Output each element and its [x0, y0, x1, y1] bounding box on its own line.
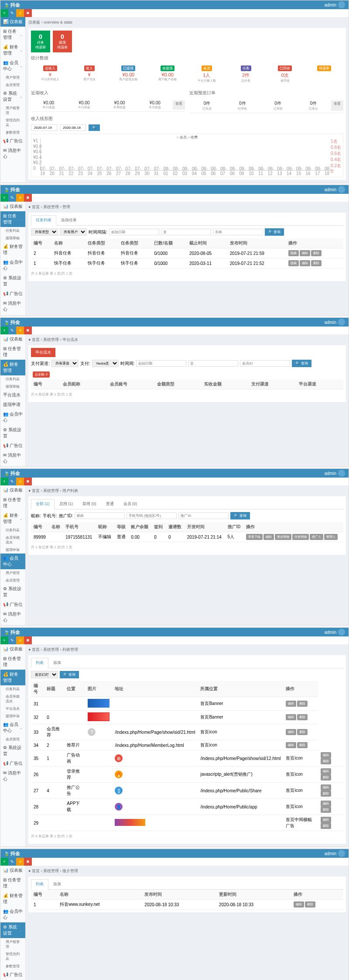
action-button[interactable]: 编辑 [294, 901, 304, 908]
action-button[interactable]: 编辑 [321, 752, 331, 758]
sidebar-item[interactable]: 👥 会员中心 [0, 907, 25, 922]
sidebar-item[interactable]: 👥 会员中心 [0, 258, 25, 273]
sidebar-item[interactable]: ⚙ 系统设置 [0, 743, 25, 759]
sidebar-item[interactable]: ⚙ 系统设置⌄ [0, 922, 25, 938]
sidebar-item[interactable]: 👥 会员中心⌄ [0, 58, 25, 74]
search-button[interactable]: 🔍 查询 [60, 671, 79, 678]
sidebar-subitem[interactable]: 任务列表 [0, 526, 25, 534]
sidebar-item[interactable]: ✉ 消息中心 [0, 146, 25, 162]
ab-warn-icon[interactable]: ⚡ [16, 858, 24, 866]
sidebar-item[interactable]: 📊 仪表板 [0, 866, 25, 875]
filter-select[interactable]: 所有类型 [31, 228, 58, 236]
action-button[interactable]: 禁用人 [324, 534, 338, 540]
user-info[interactable]: admin [325, 850, 345, 857]
sidebar-subitem[interactable]: 用户管理 [0, 74, 25, 81]
sidebar-item[interactable]: ✉ 消息中心 [0, 450, 25, 466]
action-button[interactable]: 删除 [297, 742, 308, 748]
action-button[interactable]: 推广人 [310, 534, 323, 540]
action-button[interactable]: 删除 [321, 807, 331, 813]
action-button[interactable]: 删除 [321, 774, 331, 781]
user-info[interactable]: admin [325, 1, 345, 8]
sidebar-subitem[interactable]: 任务列表 [0, 227, 25, 234]
ab-del-icon[interactable]: ✖ [24, 9, 32, 17]
ab-del-icon[interactable]: ✖ [24, 478, 32, 485]
ab-warn-icon[interactable]: ⚡ [16, 478, 24, 485]
action-button[interactable]: 删除 [297, 729, 308, 735]
action-button[interactable]: 删除 [321, 758, 331, 764]
search-button[interactable]: 🔍 查询 [265, 228, 284, 236]
ab-add-icon[interactable]: + [0, 858, 8, 866]
sidebar-subitem[interactable]: 会员等级流水 [0, 534, 25, 546]
ab-add-icon[interactable]: + [0, 9, 8, 17]
tab[interactable]: 普通 [101, 499, 119, 509]
action-button[interactable]: 删除 [305, 901, 315, 908]
filter-input[interactable] [136, 360, 186, 367]
sidebar-item[interactable]: ✉ 消息中心 [0, 768, 25, 784]
sidebar-subitem[interactable]: 用户管理 [0, 569, 25, 577]
sidebar-subitem[interactable]: 参数管理 [0, 963, 25, 970]
sidebar-item[interactable]: 📢 广告位 [0, 441, 25, 450]
tab[interactable]: 全部 (1) [31, 499, 55, 509]
sidebar-item[interactable]: ⚙ 系统设置 [0, 425, 25, 441]
user-info[interactable]: admin [325, 470, 345, 477]
action-button[interactable]: 删除 [297, 701, 308, 707]
action-button[interactable]: 编辑 [263, 534, 274, 540]
tab[interactable]: 列表 [31, 879, 48, 890]
sidebar-subitem[interactable]: 任务列表 [0, 375, 25, 383]
ab-warn-icon[interactable]: ⚡ [16, 194, 24, 202]
action-button[interactable]: 编辑 [286, 729, 296, 735]
sidebar-subitem[interactable]: 会员管理 [0, 81, 25, 89]
sidebar-item[interactable]: 📊 仪表板 [0, 17, 25, 27]
sidebar-item[interactable]: 平台流水 [0, 390, 25, 400]
action-button[interactable]: 删除 [321, 823, 331, 829]
date-from-input[interactable] [31, 124, 57, 131]
sidebar-subitem[interactable]: 参数管理 [0, 129, 25, 136]
sidebar-item[interactable]: 📊 仪表板 [0, 202, 25, 211]
action-button[interactable]: 删除 [321, 791, 331, 797]
action-button[interactable]: 查看下级 [246, 534, 263, 540]
sidebar-item[interactable]: 💰 财务管理⌄ [0, 360, 25, 375]
tab[interactable]: 添加 [48, 879, 66, 889]
ab-edit-icon[interactable]: ✎ [8, 478, 16, 485]
sidebar-subitem[interactable]: 会员管理 [0, 577, 25, 584]
sidebar-item[interactable]: 💰 财务管理⌄ [0, 670, 25, 685]
action-button[interactable]: 编辑 [286, 714, 296, 720]
action-button[interactable]: 资金明细 [275, 534, 291, 540]
ab-warn-icon[interactable]: ⚡ [16, 636, 24, 644]
sidebar-item[interactable]: 💰 财务管理⌄ [0, 511, 25, 526]
action-button[interactable]: 编辑 [286, 742, 296, 748]
sidebar-item[interactable]: 📢 广告位 [0, 289, 25, 299]
sidebar-subitem[interactable]: 提现申请 [0, 546, 25, 554]
action-button[interactable]: 编辑 [321, 817, 331, 823]
sidebar-item[interactable]: 提现申请 [0, 400, 25, 409]
ab-del-icon[interactable]: ✖ [24, 636, 32, 644]
sidebar-subitem[interactable]: 任务列表 [0, 685, 25, 693]
sidebar-subitem[interactable]: 提现审核 [0, 234, 25, 242]
sidebar-item[interactable]: ✉ 消息中心 [0, 609, 25, 625]
action-button[interactable]: 删除 [311, 260, 322, 266]
sidebar-item[interactable]: ⊞ 任务管理 [0, 495, 25, 511]
tab[interactable]: 任务列表 [31, 215, 56, 226]
action-button[interactable]: 隐藏 [288, 250, 299, 256]
sidebar-item[interactable]: 📢 广告位 [0, 136, 25, 146]
ab-edit-icon[interactable]: ✎ [8, 9, 16, 17]
sidebar-item[interactable]: ✉ 消息中心 [0, 299, 25, 314]
sidebar-subitem[interactable]: 提现申请 [0, 712, 25, 720]
sidebar-item[interactable]: ⊞ 任务管理 [0, 654, 25, 670]
sidebar-item[interactable]: ⚙ 系统设置⌄ [0, 89, 25, 104]
sidebar-subitem[interactable]: 用户组管理 [0, 938, 25, 950]
action-button[interactable]: 删除 [311, 250, 322, 256]
search-button[interactable]: 🔍 [89, 124, 100, 131]
search-button[interactable]: 🔍 查询 [292, 360, 311, 367]
sidebar-item[interactable]: 📢 广告位 [0, 759, 25, 768]
sidebar-item[interactable]: 📊 仪表板 [0, 334, 25, 344]
tab[interactable]: 列表 [31, 658, 48, 668]
tab[interactable]: 添加任务 [56, 215, 82, 225]
filter-select[interactable]: 所有渠道 [51, 360, 79, 367]
ab-add-icon[interactable]: + [0, 194, 8, 202]
ab-edit-icon[interactable]: ✎ [8, 194, 16, 202]
action-button[interactable]: 编辑 [300, 260, 310, 266]
sidebar-item[interactable]: 📢 广告位 [0, 970, 25, 980]
ab-warn-icon[interactable]: ⚡ [16, 327, 24, 334]
sidebar-item[interactable]: ⊞ 任务管理⌄ [0, 27, 25, 42]
